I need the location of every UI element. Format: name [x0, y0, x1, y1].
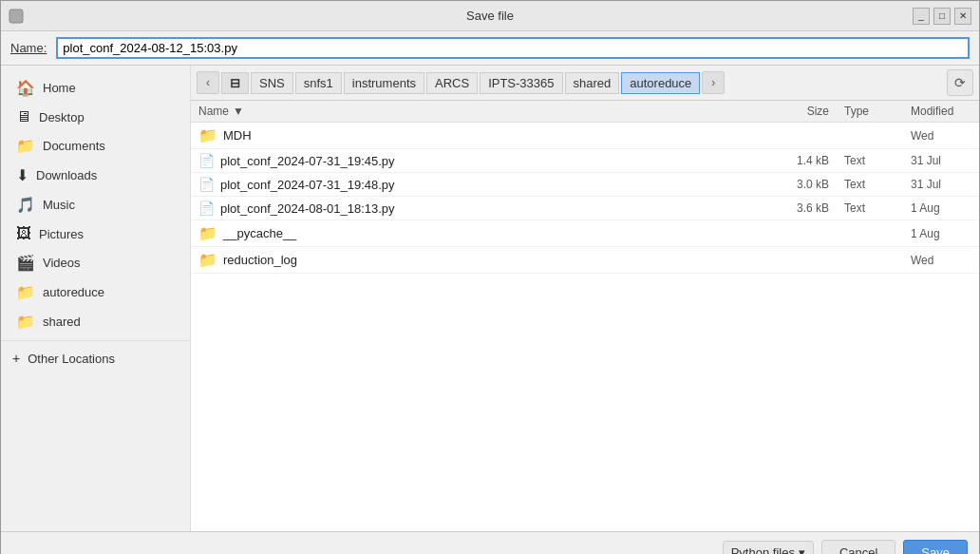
breadcrumb-sns[interactable]: SNS — [251, 72, 293, 94]
file-name: 📁 MDH — [191, 126, 761, 144]
file-modified: Wed — [903, 129, 979, 143]
breadcrumb-shared[interactable]: shared — [565, 72, 620, 94]
file-name-label: __pycache__ — [223, 226, 296, 240]
file-name-label: reduction_log — [223, 253, 297, 267]
sidebar-item-shared[interactable]: 📁 shared — [5, 307, 186, 336]
cancel-button[interactable]: Cancel — [821, 540, 895, 554]
breadcrumb-root[interactable]: ⊟ — [221, 72, 249, 94]
titlebar-controls: _ □ ✕ — [913, 8, 971, 25]
filename-input[interactable] — [56, 37, 970, 59]
videos-icon: 🎬 — [16, 254, 35, 272]
chevron-right-icon: › — [711, 76, 715, 89]
breadcrumb-bar: ‹ ⊟ SNS snfs1 instruments ARCS IPTS-3336… — [191, 66, 979, 101]
column-size-header[interactable]: Size — [761, 105, 837, 118]
titlebar-left — [9, 9, 28, 24]
file-list: Name ▼ Size Type Modified 📁 M — [191, 101, 979, 531]
table-row[interactable]: 📁 reduction_log Wed — [191, 247, 979, 274]
sidebar-item-label: autoreduce — [43, 285, 104, 299]
home-icon: 🏠 — [16, 79, 35, 97]
column-modified-label: Modified — [911, 105, 953, 118]
sidebar-item-label: shared — [43, 315, 81, 329]
maximize-button[interactable]: □ — [933, 8, 951, 25]
nav-back-button[interactable]: ‹ — [197, 71, 219, 94]
column-type-header[interactable]: Type — [837, 105, 903, 118]
refresh-icon: ⟳ — [954, 75, 966, 90]
file-modified: 1 Aug — [903, 201, 979, 215]
close-button[interactable]: ✕ — [954, 8, 971, 25]
column-size-label: Size — [807, 105, 829, 118]
sidebar-item-label: Pictures — [39, 227, 84, 241]
file-name: 📄 plot_conf_2024-07-31_19:45.py — [191, 153, 761, 168]
main-area: 🏠 Home 🖥 Desktop 📁 Documents ⬇ Downloads… — [1, 66, 979, 531]
breadcrumb-snfs1[interactable]: snfs1 — [295, 72, 342, 94]
file-size: 3.0 kB — [761, 178, 837, 191]
filter-dropdown-arrow: ▾ — [799, 545, 805, 554]
filter-dropdown[interactable]: Python files ▾ — [723, 541, 814, 554]
sidebar: 🏠 Home 🖥 Desktop 📁 Documents ⬇ Downloads… — [1, 66, 191, 531]
breadcrumb-autoreduce[interactable]: autoreduce — [621, 72, 700, 94]
table-row[interactable]: 📄 plot_conf_2024-08-01_18:13.py 3.6 kB T… — [191, 197, 979, 220]
window-icon — [9, 9, 24, 24]
file-name-label: plot_conf_2024-08-01_18:13.py — [220, 201, 395, 216]
table-row[interactable]: 📁 __pycache__ 1 Aug — [191, 220, 979, 247]
titlebar: Save file _ □ ✕ — [1, 1, 979, 31]
chevron-left-icon: ‹ — [206, 76, 210, 89]
file-type: Text — [837, 154, 903, 167]
plus-icon: + — [12, 351, 20, 366]
column-name-label: Name — [198, 105, 229, 118]
file-name-label: MDH — [223, 128, 252, 143]
table-row[interactable]: 📄 plot_conf_2024-07-31_19:45.py 1.4 kB T… — [191, 149, 979, 173]
file-list-header: Name ▼ Size Type Modified — [191, 101, 979, 123]
file-modified: 31 Jul — [903, 178, 979, 191]
column-modified-header[interactable]: Modified — [903, 105, 979, 118]
breadcrumb-instruments[interactable]: instruments — [344, 72, 424, 94]
pictures-icon: 🖼 — [16, 225, 31, 242]
file-modified: 31 Jul — [903, 154, 979, 167]
sidebar-item-home[interactable]: 🏠 Home — [5, 73, 186, 103]
file-type: Text — [837, 178, 903, 191]
sidebar-item-label: Videos — [43, 256, 81, 270]
sidebar-item-label: Desktop — [39, 110, 85, 124]
bottom-bar: Python files ▾ Cancel Save — [1, 531, 979, 554]
breadcrumb-more-button[interactable]: › — [702, 71, 725, 94]
file-name-label: plot_conf_2024-07-31_19:48.py — [220, 178, 395, 192]
sidebar-item-desktop[interactable]: 🖥 Desktop — [5, 103, 186, 131]
sidebar-item-autoreduce[interactable]: 📁 autoreduce — [5, 277, 186, 307]
sidebar-item-documents[interactable]: 📁 Documents — [5, 131, 186, 161]
minimize-button[interactable]: _ — [913, 8, 930, 25]
file-name: 📄 plot_conf_2024-07-31_19:48.py — [191, 177, 761, 192]
other-locations-label: Other Locations — [28, 352, 115, 366]
shared-folder-icon: 📁 — [16, 313, 35, 331]
svg-rect-0 — [9, 10, 23, 23]
save-button[interactable]: Save — [903, 540, 968, 554]
autoreduce-folder-icon: 📁 — [16, 283, 35, 301]
sidebar-item-label: Downloads — [36, 168, 97, 182]
sidebar-item-label: Music — [43, 198, 75, 212]
file-size: 1.4 kB — [761, 154, 837, 167]
file-name: 📁 reduction_log — [191, 251, 761, 269]
sidebar-item-downloads[interactable]: ⬇ Downloads — [5, 161, 186, 190]
sidebar-item-pictures[interactable]: 🖼 Pictures — [5, 220, 186, 248]
sidebar-item-videos[interactable]: 🎬 Videos — [5, 248, 186, 277]
breadcrumb-ipts[interactable]: IPTS-33365 — [480, 72, 562, 94]
column-name-header[interactable]: Name ▼ — [191, 105, 761, 118]
sidebar-item-label: Documents — [43, 139, 105, 153]
table-row[interactable]: 📁 MDH Wed — [191, 123, 979, 149]
table-row[interactable]: 📄 plot_conf_2024-07-31_19:48.py 3.0 kB T… — [191, 173, 979, 197]
breadcrumb-arcs[interactable]: ARCS — [426, 72, 478, 94]
window-title: Save file — [466, 9, 514, 23]
sort-desc-icon: ▼ — [233, 105, 244, 118]
file-name: 📄 plot_conf_2024-08-01_18:13.py — [191, 201, 761, 216]
folder-icon: 📁 — [198, 224, 217, 242]
file-rows-container: 📁 MDH Wed 📄 plot_conf_2024-07-31_19:45.p… — [191, 123, 979, 274]
folder-icon: 📁 — [198, 126, 217, 144]
sidebar-item-music[interactable]: 🎵 Music — [5, 190, 186, 220]
refresh-button[interactable]: ⟳ — [947, 69, 973, 96]
file-modified: 1 Aug — [903, 227, 979, 240]
file-icon: 📄 — [198, 153, 215, 168]
filebrowser: ‹ ⊟ SNS snfs1 instruments ARCS IPTS-3336… — [191, 66, 979, 531]
file-icon: 📄 — [198, 177, 215, 192]
other-locations-item[interactable]: + Other Locations — [1, 340, 190, 372]
file-type: Text — [837, 201, 903, 215]
file-name-label: plot_conf_2024-07-31_19:45.py — [220, 154, 395, 168]
